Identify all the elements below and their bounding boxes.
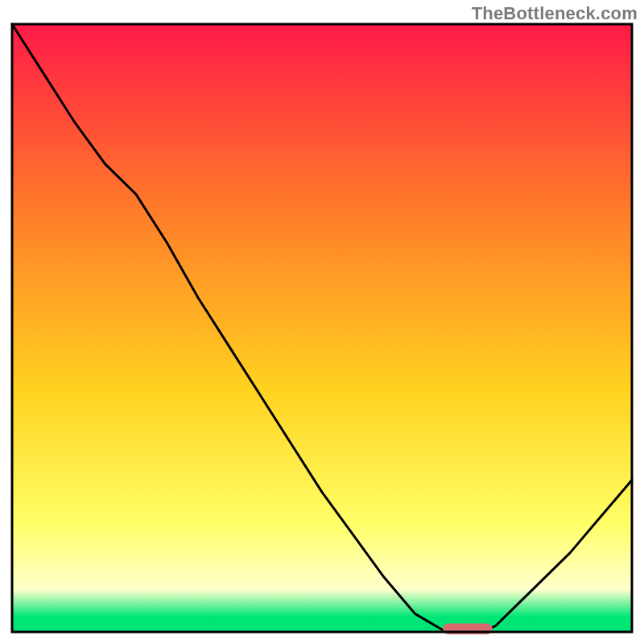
watermark-text: TheBottleneck.com <box>472 3 638 24</box>
bottleneck-chart: TheBottleneck.com <box>0 0 644 644</box>
chart-background <box>12 24 632 632</box>
chart-svg <box>0 0 644 644</box>
